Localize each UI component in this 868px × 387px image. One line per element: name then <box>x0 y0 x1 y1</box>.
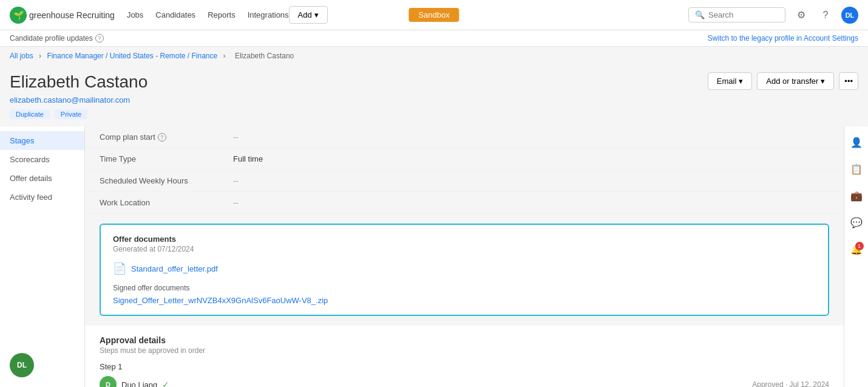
nav-link-candidates[interactable]: Candidates <box>155 10 195 19</box>
step-label: Step 1 <box>100 362 829 371</box>
more-button[interactable]: ••• <box>839 72 858 90</box>
offer-docs-container: Offer documents Generated at 07/12/2024 … <box>100 224 829 316</box>
help-icon[interactable]: ? <box>817 7 834 24</box>
field-work-location: Work Location -- <box>85 192 844 214</box>
search-box[interactable]: 🔍 <box>688 7 785 22</box>
breadcrumb-sep-2: › <box>223 52 228 60</box>
field-label-time-type: Time Type <box>100 154 233 163</box>
field-label-work-location: Work Location <box>100 198 233 207</box>
logo-text: greenhouse Recruiting <box>29 10 115 20</box>
briefcase-icon[interactable]: 💼 <box>848 187 865 204</box>
approval-title: Approval details <box>100 335 829 345</box>
candidate-email[interactable]: elizabeth.castano@mailinator.com <box>10 95 130 104</box>
right-panel: 👤 📋 💼 💬 🔔 1 <box>844 126 868 387</box>
updates-help-icon[interactable]: ? <box>95 34 104 43</box>
legacy-link[interactable]: Switch to the legacy profile in Account … <box>708 34 858 43</box>
nav-right: 🔍 ⚙ ? DL <box>688 7 858 24</box>
sidebar-item-offer-details[interactable]: Offer details <box>0 169 84 188</box>
content-area: Comp plan start ? -- Time Type Full time… <box>85 126 844 387</box>
chat-icon[interactable]: 💬 <box>848 214 865 231</box>
field-value-time-type: Full time <box>233 154 263 163</box>
nav-link-reports[interactable]: Reports <box>208 10 236 19</box>
tag-private: Private <box>55 109 87 119</box>
step-user-name: Duo Liang <box>121 380 157 388</box>
breadcrumb-all-jobs[interactable]: All jobs <box>10 52 33 60</box>
bottom-avatar[interactable]: DL <box>10 353 34 377</box>
candidate-info: Elizabeth Castano elizabeth.castano@mail… <box>10 72 147 119</box>
field-value-work-location: -- <box>233 198 239 207</box>
signed-doc-link[interactable]: Signed_Offer_Letter_wrNVZB4xX9GnAlSv6Fao… <box>113 296 328 305</box>
approval-section: Approval details Steps must be approved … <box>85 326 844 387</box>
approval-subtitle: Steps must be approved in order <box>100 346 829 355</box>
field-value-weekly-hours: -- <box>233 176 239 185</box>
email-button[interactable]: Email ▾ <box>708 72 753 90</box>
signed-docs-label: Signed offer documents <box>113 284 816 292</box>
step-user: D Duo Liang ✓ <box>100 376 169 387</box>
field-comp-plan: Comp plan start ? -- <box>85 126 844 148</box>
sidebar-item-activity-feed[interactable]: Activity feed <box>0 188 84 207</box>
breadcrumb-job[interactable]: Finance Manager / United States - Remote… <box>47 52 217 60</box>
header-actions: Email ▾ Add or transfer ▾ ••• <box>708 72 858 90</box>
main-layout: Stages Scorecards Offer details Activity… <box>0 126 868 387</box>
logo[interactable]: 🌱 greenhouse Recruiting <box>10 7 115 24</box>
sidebar-item-scorecards[interactable]: Scorecards <box>0 150 84 169</box>
comp-plan-help-icon[interactable]: ? <box>158 133 166 142</box>
sidebar-item-stages[interactable]: Stages <box>0 131 84 150</box>
step-avatar: D <box>100 376 117 387</box>
nav-links: Jobs Candidates Reports Integrations <box>127 10 289 19</box>
updates-label: Candidate profile updates ? <box>10 34 104 43</box>
notification-badge: 1 <box>855 242 864 250</box>
check-icon: ✓ <box>162 380 169 387</box>
chevron-down-icon: ▾ <box>314 10 319 19</box>
updates-bar: Candidate profile updates ? Switch to th… <box>0 30 868 47</box>
offer-docs-date: Generated at 07/12/2024 <box>113 245 816 253</box>
offer-letter-link[interactable]: Standard_offer_letter.pdf <box>131 264 218 273</box>
search-input[interactable] <box>708 10 779 19</box>
avatar[interactable]: DL <box>841 7 858 24</box>
breadcrumb-sep-1: › <box>39 52 43 60</box>
field-weekly-hours: Scheduled Weekly Hours -- <box>85 170 844 192</box>
left-sidebar: Stages Scorecards Offer details Activity… <box>0 126 85 387</box>
offer-docs-box: Offer documents Generated at 07/12/2024 … <box>100 224 829 316</box>
person-icon[interactable]: 👤 <box>848 134 865 151</box>
candidate-name: Elizabeth Castano <box>10 72 147 92</box>
offer-docs-title: Offer documents <box>113 235 816 244</box>
candidate-header: Elizabeth Castano elizabeth.castano@mail… <box>0 65 868 126</box>
settings-icon[interactable]: ⚙ <box>793 7 810 24</box>
search-icon: 🔍 <box>695 10 705 19</box>
add-button[interactable]: Add ▾ <box>289 6 328 24</box>
transfer-button[interactable]: Add or transfer ▾ <box>757 72 834 90</box>
breadcrumb: All jobs › Finance Manager / United Stat… <box>0 47 868 65</box>
transfer-chevron-icon: ▾ <box>821 77 825 86</box>
tag-duplicate: Duplicate <box>10 109 50 119</box>
email-chevron-icon: ▾ <box>739 77 743 86</box>
doc-file: 📄 Standard_offer_letter.pdf <box>113 262 816 275</box>
approved-text: Approved · Jul 12, 2024 <box>752 380 829 387</box>
pdf-icon: 📄 <box>113 262 126 275</box>
step-row: D Duo Liang ✓ Approved · Jul 12, 2024 <box>100 376 829 387</box>
nav-link-integrations[interactable]: Integrations <box>248 10 289 19</box>
nav-link-jobs[interactable]: Jobs <box>127 10 143 19</box>
logo-icon: 🌱 <box>10 7 27 24</box>
document-icon[interactable]: 📋 <box>848 160 865 177</box>
field-value-comp-plan: -- <box>233 132 239 142</box>
sandbox-badge: Sandbox <box>409 8 459 22</box>
field-time-type: Time Type Full time <box>85 148 844 170</box>
top-nav: 🌱 greenhouse Recruiting Jobs Candidates … <box>0 0 868 30</box>
field-label-comp-plan: Comp plan start ? <box>100 132 233 142</box>
field-label-weekly-hours: Scheduled Weekly Hours <box>100 176 233 185</box>
candidate-tags: Duplicate Private <box>10 109 147 119</box>
breadcrumb-candidate: Elizabeth Castano <box>235 52 294 60</box>
bell-icon[interactable]: 🔔 1 <box>848 241 865 258</box>
